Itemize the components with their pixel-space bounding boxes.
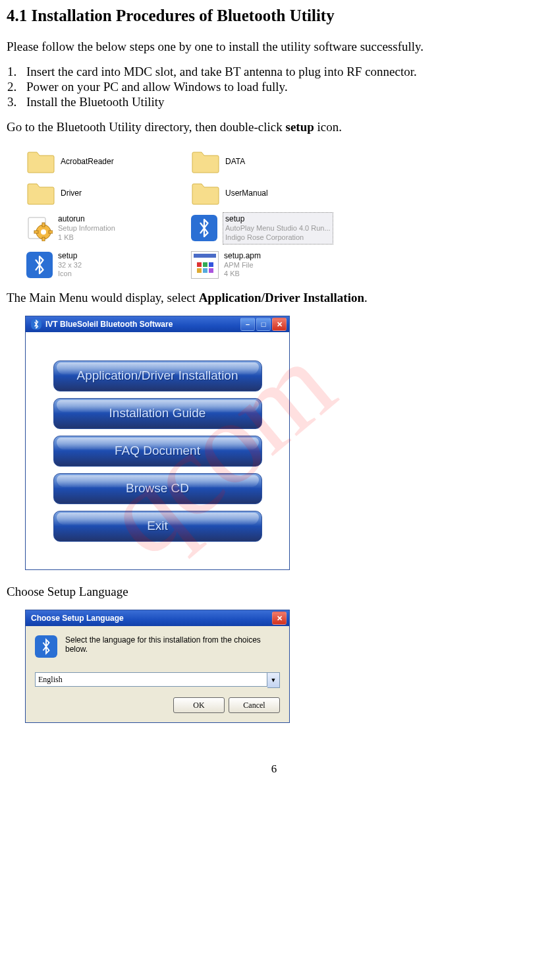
file-name: setup bbox=[225, 214, 331, 224]
language-dialog-titlebar: Choose Setup Language ✕ bbox=[26, 610, 289, 626]
file-name: autorun bbox=[58, 214, 115, 224]
svg-rect-3 bbox=[42, 223, 45, 227]
svg-rect-6 bbox=[49, 231, 53, 233]
file-setup-apm[interactable]: setup.apm APM File 4 KB bbox=[191, 251, 402, 279]
browse-cd-button[interactable]: Browse CD bbox=[53, 473, 262, 504]
language-dialog-title: Choose Setup Language bbox=[31, 614, 124, 623]
file-autorun[interactable]: autorun Setup Information 1 KB bbox=[26, 212, 191, 245]
folder-acrobatreader[interactable]: AcrobatReader bbox=[26, 149, 191, 174]
installer-title: IVT BlueSoleil Bluetooth Software bbox=[45, 320, 173, 329]
file-desc: 32 x 32 bbox=[58, 261, 82, 270]
file-setup-icon[interactable]: setup 32 x 32 Icon bbox=[26, 251, 191, 279]
language-select[interactable]: ▼ bbox=[35, 672, 280, 688]
file-size: 1 KB bbox=[58, 233, 115, 243]
folder-label: DATA bbox=[225, 157, 245, 167]
ok-button[interactable]: OK bbox=[173, 697, 225, 713]
apm-icon bbox=[191, 251, 219, 279]
close-button[interactable]: ✕ bbox=[272, 612, 287, 625]
file-size: 4 KB bbox=[224, 270, 261, 279]
choose-setup-language-label: Choose Setup Language bbox=[7, 585, 541, 599]
folder-label: UserManual bbox=[225, 188, 268, 198]
page-number: 6 bbox=[7, 763, 541, 776]
bluetooth-icon bbox=[191, 215, 217, 241]
folder-icon bbox=[26, 149, 55, 174]
language-input[interactable] bbox=[35, 672, 267, 687]
file-name: setup bbox=[58, 251, 82, 261]
cancel-button[interactable]: Cancel bbox=[229, 697, 280, 713]
faq-document-button[interactable]: FAQ Document bbox=[53, 436, 262, 467]
exit-button[interactable]: Exit bbox=[53, 511, 262, 542]
file-desc: AutoPlay Menu Studio 4.0 Run... bbox=[225, 224, 331, 233]
app-driver-install-button[interactable]: Application/Driver Installation bbox=[53, 360, 262, 391]
file-company: Indigo Rose Corporation bbox=[225, 233, 331, 243]
close-button[interactable]: ✕ bbox=[272, 318, 287, 331]
folder-icon bbox=[26, 181, 55, 206]
intro-paragraph: Please follow the below steps one by one… bbox=[7, 40, 541, 54]
svg-rect-4 bbox=[42, 237, 45, 241]
bluetooth-icon bbox=[35, 635, 57, 658]
folder-driver[interactable]: Driver bbox=[26, 181, 191, 206]
folder-icon bbox=[191, 181, 220, 206]
bluetooth-icon bbox=[26, 252, 53, 278]
file-desc: Setup Information bbox=[58, 224, 115, 233]
file-name: setup.apm bbox=[224, 251, 261, 261]
folder-data[interactable]: DATA bbox=[191, 149, 402, 174]
folder-usermanual[interactable]: UserManual bbox=[191, 181, 402, 206]
file-setup-exe[interactable]: setup AutoPlay Menu Studio 4.0 Run... In… bbox=[191, 212, 402, 245]
svg-point-2 bbox=[41, 229, 46, 235]
main-menu-instruction: The Main Menu would display, select Appl… bbox=[7, 291, 541, 305]
file-type: Icon bbox=[58, 270, 82, 279]
installer-titlebar: IVT BlueSoleil Bluetooth Software – □ ✕ bbox=[26, 316, 289, 332]
install-steps-list: Insert the card into MDC slot, and take … bbox=[7, 65, 541, 109]
maximize-button[interactable]: □ bbox=[256, 318, 271, 331]
step-2: Power on your PC and allow Windows to lo… bbox=[20, 80, 541, 94]
folder-label: Driver bbox=[61, 188, 82, 198]
file-desc: APM File bbox=[224, 261, 261, 270]
folder-icon bbox=[191, 149, 220, 174]
installation-guide-button[interactable]: Installation Guide bbox=[53, 398, 262, 429]
gear-icon bbox=[26, 215, 53, 241]
file-browser: AcrobatReader DATA Driver UserManual aut… bbox=[7, 145, 541, 279]
dropdown-arrow-icon[interactable]: ▼ bbox=[267, 672, 280, 688]
step-3: Install the Bluetooth Utility bbox=[20, 95, 541, 109]
bluetooth-icon bbox=[31, 319, 41, 330]
go-to-directory: Go to the Bluetooth Utility directory, t… bbox=[7, 120, 541, 134]
step-1: Insert the card into MDC slot, and take … bbox=[20, 65, 541, 79]
heading: 4.1 Installation Procedures of Bluetooth… bbox=[7, 7, 541, 25]
language-prompt: Select the language for this installatio… bbox=[65, 635, 280, 658]
svg-rect-5 bbox=[34, 231, 38, 233]
folder-label: AcrobatReader bbox=[61, 157, 114, 167]
installer-window: IVT BlueSoleil Bluetooth Software – □ ✕ … bbox=[25, 316, 290, 570]
minimize-button[interactable]: – bbox=[240, 318, 255, 331]
language-dialog: Choose Setup Language ✕ Select the langu… bbox=[25, 610, 290, 723]
